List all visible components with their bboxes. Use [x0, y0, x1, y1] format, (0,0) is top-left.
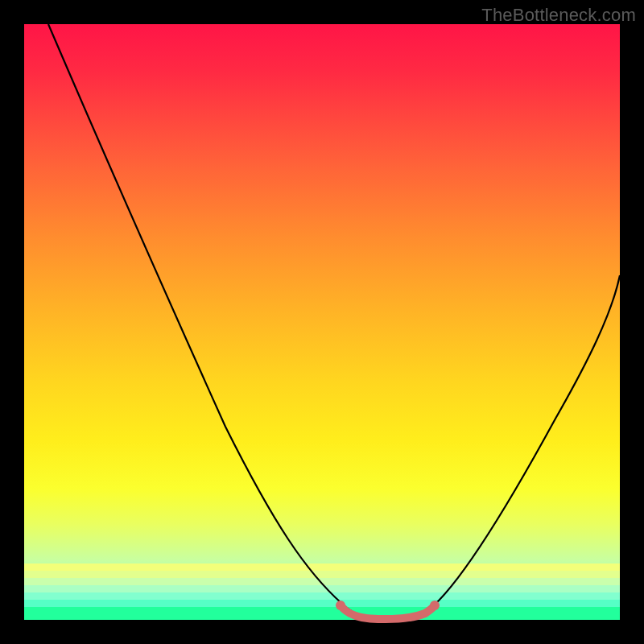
valley-highlight-path — [341, 605, 435, 619]
chart-svg — [24, 24, 620, 620]
watermark-text: TheBottleneck.com — [481, 5, 636, 26]
valley-dot-right — [430, 601, 440, 610]
chart-frame: TheBottleneck.com — [0, 0, 644, 644]
valley-dot-left — [336, 601, 345, 610]
chart-plot-area — [24, 24, 620, 620]
bottleneck-curve-path — [48, 24, 620, 619]
